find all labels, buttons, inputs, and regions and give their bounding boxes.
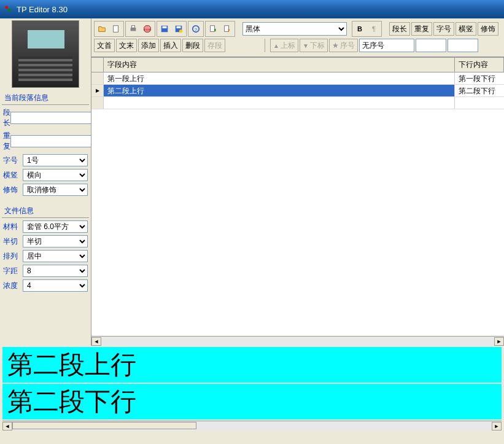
left-panel: 当前段落信息 段长 重复 字号1号 横竖横向 修饰取消修饰 文件信息 材料套管 … xyxy=(0,18,91,346)
halfcut-label: 半切 xyxy=(3,236,23,247)
help-icon[interactable]: ? xyxy=(189,22,203,36)
app-icon xyxy=(3,4,13,14)
halfcut-select[interactable]: 半切 xyxy=(23,235,88,247)
title-bar: TP Editor 8.30 xyxy=(0,0,504,18)
font-select[interactable]: 黑体 xyxy=(242,22,347,36)
density-label: 浓度 xyxy=(3,281,23,291)
new-icon[interactable] xyxy=(109,22,123,36)
blank-box-1[interactable] xyxy=(416,39,446,52)
insert-button[interactable]: 插入 xyxy=(160,39,181,52)
superscript-button[interactable]: ▲上标 xyxy=(270,39,298,52)
home-button[interactable]: 文首 xyxy=(94,39,115,52)
subscript-button[interactable]: ▼下标 xyxy=(300,39,328,52)
cell-down[interactable]: 第一段下行 xyxy=(455,72,504,84)
orient-label: 横竖 xyxy=(3,170,23,181)
preview-line-2: 第二段下行 xyxy=(2,384,502,419)
blank-box-2[interactable] xyxy=(448,39,478,52)
add-button[interactable]: 添加 xyxy=(138,39,159,52)
device-preview xyxy=(12,20,79,88)
sequence-button[interactable]: ★序号 xyxy=(329,39,358,52)
export-icon[interactable] xyxy=(220,22,234,36)
svg-rect-13 xyxy=(225,26,229,32)
sequence-input[interactable] xyxy=(359,39,414,52)
svg-rect-2 xyxy=(131,26,134,28)
table-row-empty[interactable] xyxy=(91,97,504,109)
table-row[interactable]: 第一段上行第一段下行 xyxy=(91,72,504,85)
savepara-button[interactable]: 存段 xyxy=(204,39,225,52)
row-header[interactable] xyxy=(91,85,104,96)
fontsize-button[interactable]: 字号 xyxy=(433,22,454,36)
print-icon[interactable] xyxy=(126,22,140,36)
delete-button[interactable]: 删段 xyxy=(182,39,203,52)
cell-field[interactable]: 第一段上行 xyxy=(104,72,455,84)
svg-rect-1 xyxy=(131,28,136,31)
preview-line-1: 第二段上行 xyxy=(2,347,502,383)
save-icon[interactable] xyxy=(158,22,171,36)
spacing-label: 字距 xyxy=(3,266,23,276)
svg-text:?: ? xyxy=(195,27,198,33)
window-title: TP Editor 8.30 xyxy=(17,5,68,14)
row-header[interactable] xyxy=(91,72,104,84)
cell-down[interactable]: 第二段下行 xyxy=(455,85,504,96)
material-select[interactable]: 套管 6.0平方 xyxy=(23,220,88,233)
repeat-label: 重复 xyxy=(3,131,10,152)
preview-scrollbar[interactable]: ◄► xyxy=(2,421,502,430)
svg-text:STOP: STOP xyxy=(144,28,151,31)
saveas-icon[interactable] xyxy=(172,22,185,36)
decor-select[interactable]: 取消修饰 xyxy=(23,184,88,196)
decor-label: 修饰 xyxy=(3,185,23,195)
section-file-info: 文件信息 xyxy=(2,204,89,218)
arrange-label: 排列 xyxy=(3,251,23,262)
column-header-field[interactable]: 字段内容 xyxy=(104,58,455,72)
svg-rect-12 xyxy=(211,26,215,32)
table-row[interactable]: 第二段上行第二段下行 xyxy=(91,85,504,97)
seglen-label: 段长 xyxy=(3,107,10,128)
svg-rect-8 xyxy=(177,26,181,29)
svg-rect-6 xyxy=(163,26,167,29)
svg-rect-0 xyxy=(114,26,118,33)
table-scrollbar[interactable]: ◄► xyxy=(91,336,504,346)
toolbar: STOP ? 黑体 B ¶ xyxy=(91,18,504,57)
repeat-button[interactable]: 重复 xyxy=(411,22,432,36)
fontsize-label: 字号 xyxy=(3,155,23,166)
section-paragraph-info: 当前段落信息 xyxy=(2,92,89,105)
svg-point-9 xyxy=(179,29,182,33)
bold-button[interactable]: B xyxy=(353,22,366,36)
orient-button[interactable]: 横竖 xyxy=(456,22,476,36)
stop-icon[interactable]: STOP xyxy=(141,22,154,36)
cell-field[interactable]: 第二段上行 xyxy=(104,85,455,96)
fontsize-select[interactable]: 1号 xyxy=(23,154,88,166)
material-label: 材料 xyxy=(3,222,23,232)
open-icon[interactable] xyxy=(95,22,109,36)
column-header-down[interactable]: 下行内容 xyxy=(455,58,504,72)
preview-area: 第二段上行 第二段下行 ◄► xyxy=(0,347,504,444)
import-icon[interactable] xyxy=(206,22,220,36)
paragraph-mark-button[interactable]: ¶ xyxy=(367,22,381,36)
end-button[interactable]: 文末 xyxy=(116,39,137,52)
data-table: 字段内容 下行内容 第一段上行第一段下行第二段上行第二段下行 ◄► xyxy=(91,57,504,346)
density-select[interactable]: 4 xyxy=(23,279,88,292)
decor-button[interactable]: 修饰 xyxy=(478,22,498,36)
orient-select[interactable]: 横向 xyxy=(23,169,88,181)
arrange-select[interactable]: 居中 xyxy=(23,250,88,262)
spacing-select[interactable]: 8 xyxy=(23,265,88,277)
seglen-button[interactable]: 段长 xyxy=(389,22,410,36)
